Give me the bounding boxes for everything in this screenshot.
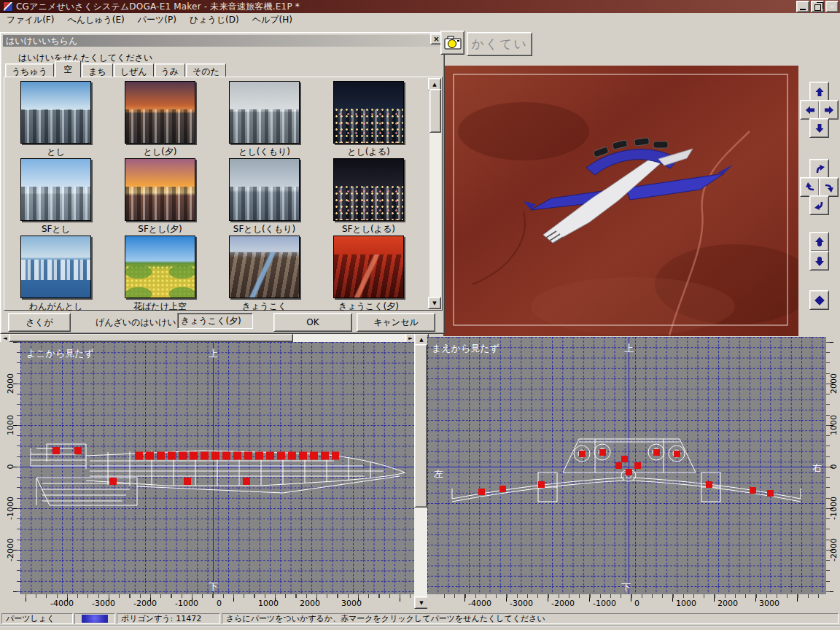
rotate-left-button[interactable] [800,177,820,197]
ok-button[interactable]: OK [273,313,352,332]
category-tab[interactable]: そのた [186,63,226,77]
snapshot-button[interactable] [440,31,464,55]
background-thumbnail[interactable]: とし(夕) [125,81,195,158]
background-thumbnail-image[interactable] [20,158,91,221]
ruler-label: 0 [217,599,222,608]
background-thumbnail[interactable]: SFとし(夕) [125,158,195,236]
category-tab[interactable]: 空 [55,61,81,77]
background-thumbnail[interactable]: SFとし [20,158,91,236]
zoom-in-button[interactable] [809,232,829,252]
close-button[interactable]: × [825,1,839,12]
ruler-label: 2000 [300,599,320,608]
front-view-vertical-ruler: 200010000-1000-2000 [826,337,840,594]
zoom-out-button[interactable] [809,251,829,271]
status-bar: パーツしょく ポリゴンすう: 11472 さらにパーツをついかするか、赤マークを… [0,612,840,625]
dialog-title-bar: はいけいいちらん [3,35,442,47]
background-thumbnail[interactable]: とし(よる) [333,81,404,158]
background-thumbnail-image[interactable] [333,158,404,221]
rotate-up-button[interactable] [809,159,829,179]
background-thumbnail-label: とし [20,146,91,158]
minimize-button[interactable] [796,1,809,12]
rotate-down-button[interactable] [809,195,829,215]
parts-color-cell [74,613,115,624]
menu-bar: ファイル(F)へんしゅう(E)パーツ(P)ひょうじ(D)ヘルプ(H) [0,13,840,27]
background-thumbnail-image[interactable] [229,81,300,144]
ruler-label: 1000 [676,599,696,608]
side-hscroll-thumb[interactable] [9,333,293,342]
parts-color-label: パーツしょく [1,613,73,624]
ruler-label: 1000 [258,599,279,608]
dialog-instruction: はいけいをせんたくしてください [18,52,152,64]
polygon-count-cell: ポリゴンすう: 11472 [117,613,220,624]
ruler-label: 3000 [341,599,362,608]
background-thumbnail[interactable]: とし [20,81,91,158]
menu-item[interactable]: ファイル(F) [0,12,61,28]
menu-item[interactable]: パーツ(P) [131,12,183,28]
dialog-title: はいけいいちらん [6,35,77,47]
background-thumbnail-image[interactable] [333,81,404,144]
category-tabs: うちゅう空まちしぜんうみそのた [5,63,227,77]
ruler-label: -2000 [551,599,575,608]
menu-item[interactable]: へんしゅう(E) [61,12,131,28]
category-tab[interactable]: しぜん [114,63,154,77]
pan-left-button[interactable] [800,100,820,120]
background-thumbnail[interactable]: きょうこく(夕) [333,236,404,313]
polygon-count-label: ポリゴンすう: [121,613,173,624]
cancel-button[interactable]: キャンセル [357,313,435,332]
current-background-field[interactable]: きょうこく(夕) [177,313,253,329]
ruler-label: -1000 [6,497,15,520]
background-thumbnail-image[interactable] [229,236,300,298]
side-view-canvas[interactable]: よこから見たず 上 下 [20,342,414,594]
render-scene [443,66,798,336]
background-thumbnail[interactable]: とし(くもり) [229,81,300,158]
diamond-icon [814,295,825,306]
background-thumbnail[interactable]: SFとし(よる) [333,158,404,236]
rotate-right-button[interactable] [819,177,839,197]
view-reset-button[interactable] [809,290,829,310]
rotate-up-icon [814,163,825,175]
camera-icon [444,36,462,50]
category-tab[interactable]: うちゅう [5,63,54,77]
background-thumbnail-image[interactable] [125,81,195,144]
ruler-label: -2000 [828,538,838,561]
pan-down-button[interactable] [809,118,829,138]
arrow-left-icon [804,104,816,116]
category-tab[interactable]: うみ [155,63,186,77]
menu-item[interactable]: ひょうじ(D) [183,12,246,28]
background-thumbnail-image[interactable] [333,236,404,298]
background-thumbnail[interactable]: 花ばたけ上空 [125,236,195,313]
confirm-button[interactable]: かくてい [467,32,532,56]
background-thumbnail-image[interactable] [125,158,195,221]
restore-button[interactable] [811,1,824,12]
background-thumbnail[interactable]: SFとし(くもり) [229,158,300,236]
dialog-scroll-down-button[interactable]: ▼ [428,297,441,309]
rotate-down-icon [814,200,825,211]
background-thumbnail-image[interactable] [229,158,300,221]
background-thumbnail-image[interactable] [20,81,91,144]
background-thumbnail[interactable]: きょうこく [229,236,300,313]
polygon-count-value: 11472 [176,614,201,623]
sketch-button[interactable]: さくが [8,313,71,332]
background-thumbnail[interactable]: わんがんとし [20,236,91,313]
dialog-scroll-thumb[interactable] [429,89,441,133]
ruler-label: -4000 [50,599,74,608]
pan-up-button[interactable] [809,82,829,101]
title-bar: CGアニメせいさくシステムDOGA-E1 Maker - 未来音速旅客機.E1P… [0,0,840,13]
front-view-canvas[interactable]: まえから見たず 上 下 左 右 [427,337,826,594]
ruler-label: -3000 [510,599,533,608]
background-thumbnail-label: きょうこく [229,300,300,313]
background-thumbnail-image[interactable] [20,236,91,298]
category-tab[interactable]: まち [82,63,113,77]
zoom-out-icon [814,255,825,267]
close-icon: × [433,35,439,43]
window-title: CGアニメせいさくシステムDOGA-E1 Maker - 未来音速旅客機.E1P… [16,1,795,13]
background-thumbnail-image[interactable] [125,236,195,298]
pan-right-button[interactable] [819,100,839,120]
side-view-top-label: 上 [209,348,218,359]
menu-item[interactable]: ヘルプ(H) [246,12,299,28]
side-vscroll-down-button[interactable]: ▼ [414,596,429,609]
side-vscroll-thumb[interactable] [414,344,427,508]
ruler-label: 0 [634,599,639,608]
close-icon: × [829,4,835,10]
ruler-label: -1000 [828,497,838,520]
